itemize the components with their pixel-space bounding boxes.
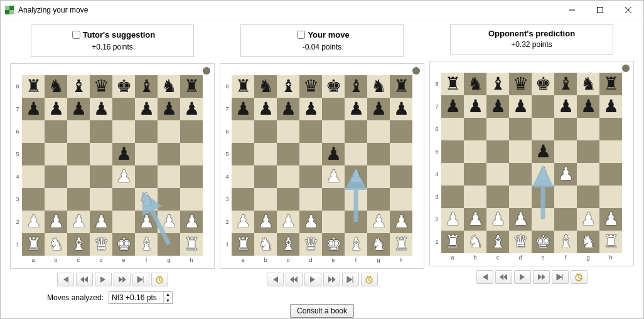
- chess-piece[interactable]: ♟: [161, 212, 177, 231]
- chess-piece[interactable]: ♞: [48, 76, 64, 96]
- board-square[interactable]: [390, 188, 412, 211]
- board-square[interactable]: ♟: [599, 95, 622, 118]
- chess-piece[interactable]: ♞: [581, 232, 596, 251]
- board-square[interactable]: ♞: [367, 233, 390, 256]
- board-square[interactable]: ♟: [441, 95, 464, 118]
- board-square[interactable]: ♟: [390, 98, 412, 120]
- chess-piece[interactable]: ♟: [235, 212, 251, 231]
- board-square[interactable]: ♚: [322, 75, 345, 98]
- chess-piece[interactable]: ♟: [490, 97, 506, 116]
- board-square[interactable]: ♟: [322, 165, 345, 188]
- board-square[interactable]: [554, 186, 577, 208]
- chess-piece[interactable]: ♝: [558, 232, 574, 251]
- chess-piece[interactable]: ♟: [535, 142, 551, 161]
- board-square[interactable]: [232, 188, 254, 211]
- board-square[interactable]: ♟: [299, 211, 322, 233]
- board-square[interactable]: [464, 140, 486, 163]
- chess-piece[interactable]: ♟: [371, 212, 387, 231]
- chess-piece[interactable]: ♛: [94, 234, 109, 254]
- chess-piece[interactable]: ♟: [581, 209, 596, 229]
- chess-piece[interactable]: ♟: [26, 99, 41, 118]
- nav-clock-button[interactable]: [151, 273, 168, 286]
- board-square[interactable]: ♞: [135, 188, 158, 211]
- board-square[interactable]: [509, 163, 532, 186]
- board-square[interactable]: ♟: [158, 211, 180, 233]
- chess-piece[interactable]: ♟: [581, 97, 596, 116]
- close-button[interactable]: [614, 1, 642, 19]
- board-square[interactable]: ♝: [486, 73, 509, 95]
- chess-piece[interactable]: ♟: [558, 97, 574, 116]
- board-square[interactable]: ♟: [67, 211, 90, 233]
- board-square[interactable]: [158, 188, 180, 211]
- board-square[interactable]: ♟: [299, 98, 322, 120]
- board-square[interactable]: ♟: [577, 208, 599, 231]
- board-square[interactable]: ♟: [180, 211, 203, 233]
- board-square[interactable]: [277, 120, 299, 143]
- board-square[interactable]: [577, 163, 599, 186]
- nav-first-button[interactable]: [267, 273, 284, 286]
- board-square[interactable]: ♟: [441, 208, 464, 231]
- chess-piece[interactable]: ♛: [94, 76, 109, 96]
- chess-piece[interactable]: ♟: [139, 99, 154, 118]
- board-square[interactable]: ♟: [509, 208, 532, 231]
- board-square[interactable]: ♚: [322, 233, 345, 256]
- board-square[interactable]: ♟: [277, 211, 299, 233]
- spinner-down-icon[interactable]: ▼: [163, 298, 172, 304]
- board-square[interactable]: ♜: [180, 233, 203, 256]
- minimize-button[interactable]: [557, 1, 586, 19]
- chess-board[interactable]: 8♜♞♝♛♚♝♞♜7♟♟♟♟♟♟♟65♟4♟♟32♟♟♟♟♟♟1♜♞♝♛♚♝♞♜…: [432, 73, 631, 262]
- board-square[interactable]: [277, 188, 299, 211]
- chess-piece[interactable]: ♟: [48, 99, 64, 118]
- board-square[interactable]: [299, 143, 322, 165]
- board-square[interactable]: ♝: [135, 75, 158, 98]
- chess-piece[interactable]: ♜: [603, 74, 619, 93]
- board-square[interactable]: [441, 140, 464, 163]
- board-square[interactable]: ♛: [90, 75, 112, 98]
- board-square[interactable]: [345, 143, 367, 165]
- nav-play-button[interactable]: [304, 273, 321, 286]
- chess-piece[interactable]: ♞: [161, 76, 177, 96]
- moves-analyzed-spinner[interactable]: Nf3 +0.16 pts ▲ ▼: [109, 291, 173, 304]
- board-square[interactable]: ♟: [90, 98, 112, 120]
- board-square[interactable]: [390, 165, 412, 188]
- board-square[interactable]: ♟: [158, 98, 180, 120]
- board-square[interactable]: ♝: [345, 233, 367, 256]
- chess-piece[interactable]: ♟: [281, 212, 296, 231]
- board-square[interactable]: [299, 120, 322, 143]
- board-square[interactable]: [112, 120, 135, 143]
- chess-piece[interactable]: ♟: [603, 97, 619, 116]
- chess-piece[interactable]: ♚: [535, 232, 551, 251]
- chess-piece[interactable]: ♞: [581, 74, 596, 93]
- board-square[interactable]: [158, 120, 180, 143]
- chess-piece[interactable]: ♝: [490, 232, 506, 251]
- chess-piece[interactable]: ♜: [445, 74, 461, 93]
- board-square[interactable]: [577, 118, 599, 140]
- board-square[interactable]: [90, 165, 112, 188]
- chess-piece[interactable]: ♛: [303, 76, 319, 96]
- board-square[interactable]: [67, 165, 90, 188]
- board-square[interactable]: [390, 143, 412, 165]
- board-square[interactable]: ♞: [158, 75, 180, 98]
- board-square[interactable]: [554, 140, 577, 163]
- board-square[interactable]: [90, 188, 112, 211]
- maximize-button[interactable]: [586, 1, 614, 19]
- board-square[interactable]: [45, 120, 67, 143]
- board-square[interactable]: [135, 120, 158, 143]
- board-square[interactable]: ♛: [509, 73, 532, 95]
- board-square[interactable]: ♚: [112, 233, 135, 256]
- chess-piece[interactable]: ♟: [235, 99, 251, 118]
- board-square[interactable]: ♝: [135, 233, 158, 256]
- chess-piece[interactable]: ♟: [184, 99, 200, 118]
- board-square[interactable]: [464, 118, 486, 140]
- board-square[interactable]: ♟: [509, 95, 532, 118]
- board-square[interactable]: ♞: [577, 73, 599, 95]
- chess-piece[interactable]: ♜: [235, 76, 251, 96]
- board-square[interactable]: [180, 120, 203, 143]
- chess-piece[interactable]: ♟: [26, 212, 41, 231]
- board-square[interactable]: ♞: [45, 75, 67, 98]
- board-square[interactable]: [67, 143, 90, 165]
- board-square[interactable]: ♟: [390, 211, 412, 233]
- board-square[interactable]: ♟: [577, 95, 599, 118]
- board-square[interactable]: ♛: [509, 231, 532, 253]
- board-square[interactable]: [67, 120, 90, 143]
